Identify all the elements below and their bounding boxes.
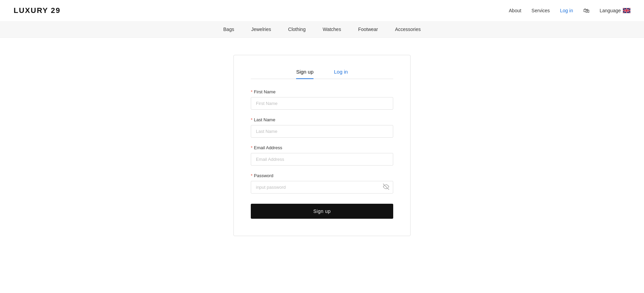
first-name-group: * First Name [251, 89, 393, 110]
required-star-email: * [251, 145, 252, 150]
nav-login[interactable]: Log in [560, 8, 573, 13]
password-label: * Password [251, 173, 393, 178]
last-name-group: * Last Name [251, 117, 393, 138]
language-selector[interactable]: Language [600, 8, 630, 13]
required-star-password: * [251, 173, 252, 178]
email-group: * Email Address [251, 145, 393, 166]
cart-icon[interactable]: 🛍 [583, 7, 589, 14]
uk-flag-icon [623, 8, 630, 13]
toggle-password-icon[interactable] [383, 184, 389, 191]
nav-bags[interactable]: Bags [223, 27, 234, 32]
first-name-label: * First Name [251, 89, 393, 94]
sub-nav: Bags Jewelries Clothing Watches Footwear… [0, 21, 644, 38]
password-input[interactable] [251, 181, 393, 194]
email-label-text: Email Address [254, 145, 282, 150]
nav-accessories[interactable]: Accessories [395, 27, 420, 32]
language-label: Language [600, 8, 621, 13]
nav-watches[interactable]: Watches [323, 27, 341, 32]
last-name-label-text: Last Name [254, 117, 275, 122]
email-input[interactable] [251, 153, 393, 166]
form-card: Sign up Log in * First Name * Last Name … [233, 55, 411, 236]
form-tabs: Sign up Log in [251, 69, 393, 79]
last-name-input[interactable] [251, 125, 393, 138]
nav-clothing[interactable]: Clothing [288, 27, 306, 32]
signup-button[interactable]: Sign up [251, 204, 393, 219]
main-content: Sign up Log in * First Name * Last Name … [0, 38, 644, 253]
password-wrapper [251, 181, 393, 194]
header: LUXURY 29 About Services Log in 🛍 Langua… [0, 0, 644, 21]
nav-about[interactable]: About [509, 8, 521, 13]
last-name-label: * Last Name [251, 117, 393, 122]
required-star-lastname: * [251, 117, 252, 122]
nav-jewelries[interactable]: Jewelries [251, 27, 271, 32]
logo: LUXURY 29 [14, 6, 61, 15]
tab-signup[interactable]: Sign up [296, 69, 313, 79]
required-star-firstname: * [251, 89, 252, 94]
first-name-input[interactable] [251, 97, 393, 110]
nav-footwear[interactable]: Footwear [358, 27, 378, 32]
password-label-text: Password [254, 173, 273, 178]
first-name-label-text: First Name [254, 89, 276, 94]
tab-login[interactable]: Log in [334, 69, 348, 79]
nav-services[interactable]: Services [532, 8, 550, 13]
email-label: * Email Address [251, 145, 393, 150]
header-nav: About Services Log in 🛍 Language [509, 7, 630, 14]
password-group: * Password [251, 173, 393, 194]
